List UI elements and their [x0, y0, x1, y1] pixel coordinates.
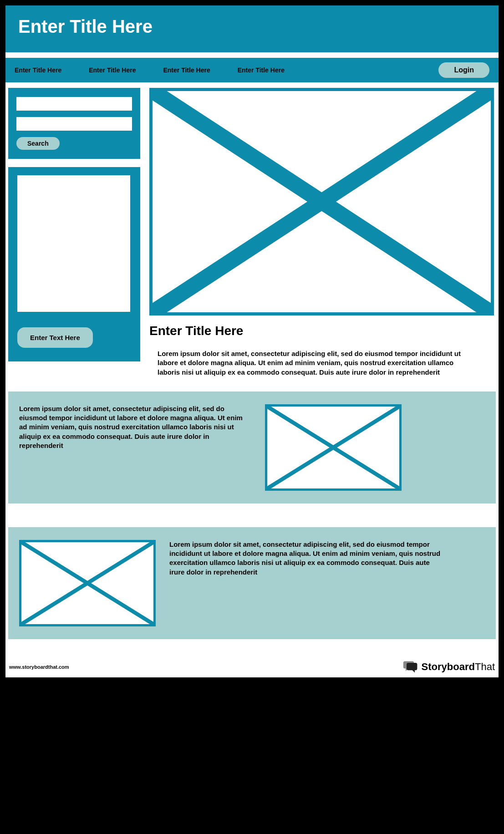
content-band-1: Lorem ipsum dolor sit amet, consectetur … [8, 392, 496, 503]
footer-brand-text: StoryboardThat [422, 661, 495, 673]
search-input-2[interactable] [16, 117, 132, 131]
nav-item-3[interactable]: Enter Title Here [163, 66, 210, 74]
side-panel: Enter Text Here [8, 167, 140, 361]
band-2-text: Lorem ipsum dolor sit amet, consectetur … [169, 540, 443, 577]
left-column: Search Enter Text Here [8, 88, 140, 377]
page-title: Enter Title Here [18, 16, 486, 37]
page-frame: Enter Title Here Enter Title Here Enter … [5, 5, 499, 677]
footer-url: www.storyboardthat.com [9, 664, 69, 670]
login-button[interactable]: Login [438, 62, 489, 78]
search-panel: Search [8, 88, 140, 159]
side-panel-button[interactable]: Enter Text Here [17, 327, 93, 348]
main-body-text: Lorem ipsum dolor sit amet, consectetur … [149, 349, 477, 377]
search-button[interactable]: Search [16, 137, 60, 150]
main-column: Enter Title Here Lorem ipsum dolor sit a… [149, 88, 496, 377]
side-image-placeholder [17, 175, 130, 312]
content-band-2: Lorem ipsum dolor sit amet, consectetur … [8, 527, 496, 639]
footer-brand: StoryboardThat [402, 660, 495, 674]
hero-image-placeholder [149, 88, 494, 315]
footer: www.storyboardthat.com StoryboardThat [5, 656, 499, 677]
nav-item-2[interactable]: Enter Title Here [89, 66, 136, 74]
nav-bar: Enter Title Here Enter Title Here Enter … [5, 58, 499, 82]
chat-bubble-icon [402, 660, 419, 674]
content-row: Search Enter Text Here Enter Title Here … [5, 88, 499, 377]
band-1-text: Lorem ipsum dolor sit amet, consectetur … [19, 404, 251, 450]
nav-item-1[interactable]: Enter Title Here [15, 66, 61, 74]
header-bar: Enter Title Here [5, 5, 499, 52]
section-title: Enter Title Here [149, 324, 494, 338]
band-1-image-placeholder [265, 404, 402, 491]
band-2-image-placeholder [19, 540, 156, 626]
nav-item-4[interactable]: Enter Title Here [238, 66, 285, 74]
search-input-1[interactable] [16, 97, 132, 111]
